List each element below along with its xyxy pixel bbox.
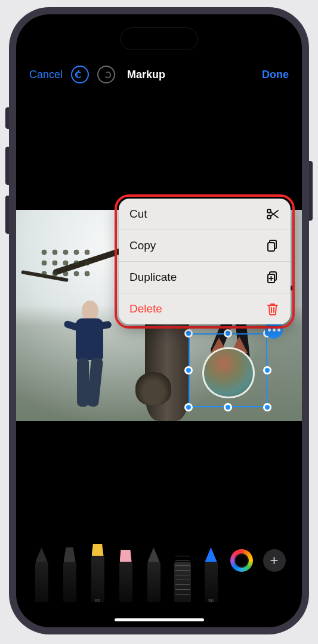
scissors-icon: [265, 207, 280, 221]
ellipsis-icon: [268, 329, 271, 332]
tool-marker[interactable]: [61, 545, 79, 602]
trash-icon: [265, 302, 280, 316]
done-button[interactable]: Done: [262, 69, 289, 81]
resize-handle-bl[interactable]: [184, 403, 193, 411]
phone-frame: Cancel Markup Done: [9, 7, 309, 634]
docs-icon: [265, 270, 280, 284]
annotation-highlight-box: Cut Copy Duplicate: [115, 194, 295, 329]
color-wheel-icon: [234, 553, 249, 568]
tool-ruler[interactable]: [173, 545, 192, 602]
selection-box[interactable]: [189, 333, 267, 407]
tool-pen[interactable]: [33, 545, 51, 602]
tool-value: 80: [89, 598, 107, 603]
markup-toolbar: 80 50 +: [16, 534, 302, 606]
resize-handle-tm[interactable]: [224, 329, 232, 338]
dynamic-island: [121, 27, 198, 50]
resize-handle-mr[interactable]: [263, 366, 271, 374]
add-button[interactable]: +: [263, 549, 286, 572]
resize-handle-tl[interactable]: [184, 329, 193, 338]
cancel-button[interactable]: Cancel: [29, 69, 63, 81]
tool-value: 50: [202, 598, 220, 603]
context-menu-label: Delete: [129, 302, 162, 315]
svg-rect-3: [268, 243, 274, 251]
photo-cat: [135, 372, 171, 405]
redo-icon: [101, 70, 111, 79]
resize-handle-br[interactable]: [263, 403, 271, 411]
side-button: [308, 161, 313, 221]
undo-icon: [75, 70, 85, 79]
context-menu-delete[interactable]: Delete: [119, 293, 291, 324]
context-menu-duplicate[interactable]: Duplicate: [119, 262, 291, 293]
resize-handle-ml[interactable]: [184, 366, 193, 374]
docs-icon: [265, 239, 280, 253]
tool-eraser[interactable]: [117, 545, 135, 602]
undo-button[interactable]: [71, 66, 89, 83]
home-indicator[interactable]: [115, 618, 204, 621]
context-menu: Cut Copy Duplicate: [119, 199, 291, 324]
photo-person-left: [69, 301, 110, 413]
resize-handle-bm[interactable]: [224, 403, 232, 411]
tool-highlighter[interactable]: 80: [89, 535, 107, 602]
markup-nav-bar: Cancel Markup Done: [16, 61, 302, 88]
tool-lasso[interactable]: [145, 545, 163, 602]
context-menu-label: Duplicate: [129, 271, 177, 284]
color-picker-button[interactable]: [230, 549, 253, 572]
context-menu-label: Copy: [129, 239, 156, 252]
screen: Cancel Markup Done: [16, 14, 302, 627]
redo-button[interactable]: [97, 66, 115, 83]
nav-title: Markup: [127, 69, 165, 81]
context-menu-label: Cut: [129, 208, 147, 221]
plus-icon: +: [270, 552, 278, 569]
context-menu-cut[interactable]: Cut: [119, 199, 291, 230]
tool-pencil[interactable]: 50: [202, 545, 220, 602]
context-menu-copy[interactable]: Copy: [119, 230, 291, 262]
